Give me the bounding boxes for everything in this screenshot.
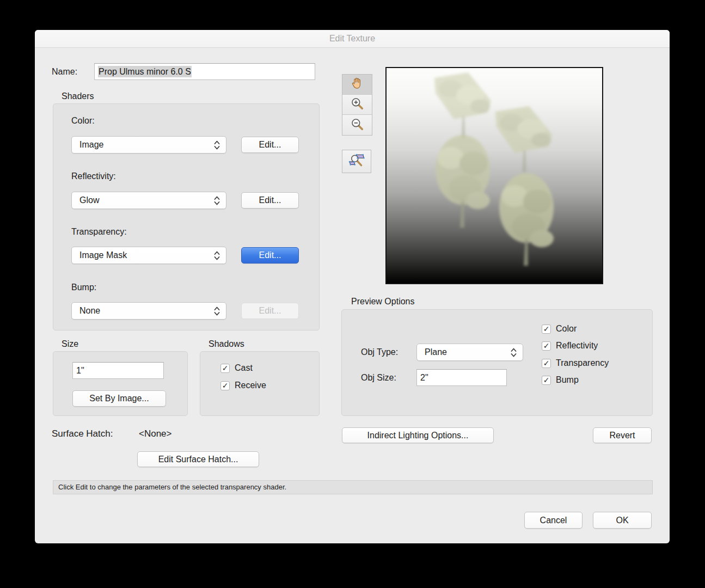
checkmark-icon: ✓ — [222, 364, 229, 372]
window-title: Edit Texture — [329, 34, 375, 43]
obj-type-label: Obj Type: — [361, 347, 398, 357]
texture-preview-trees — [387, 68, 602, 283]
checkmark-icon: ✓ — [543, 376, 550, 384]
shaders-group-label: Shaders — [62, 91, 94, 101]
reflectivity-shader-value: Glow — [72, 195, 211, 205]
bump-shader-label: Bump: — [71, 283, 96, 292]
surface-hatch-label: Surface Hatch: — [52, 428, 113, 439]
zoom-out-tool-button[interactable] — [342, 115, 372, 135]
preview-reflectivity-checkbox-row[interactable]: ✓ Reflectivity — [542, 341, 598, 351]
receive-checkbox-label: Receive — [235, 381, 266, 390]
preview-transparency-label: Transparency — [556, 358, 609, 368]
revert-button[interactable]: Revert — [593, 427, 652, 443]
status-bar: Click Edit to change the parameters of t… — [53, 480, 653, 494]
checkmark-icon: ✓ — [543, 325, 550, 333]
stepper-icon — [211, 140, 226, 150]
stepper-icon — [211, 196, 226, 205]
obj-type-value: Plane — [417, 347, 507, 357]
preview-transparency-checkbox[interactable]: ✓ — [542, 359, 551, 368]
obj-type-select[interactable]: Plane — [416, 344, 523, 361]
marquee-zoom-tool-button[interactable] — [342, 150, 371, 173]
cast-checkbox-row[interactable]: ✓ Cast — [220, 363, 253, 373]
bump-shader-select[interactable]: None — [71, 302, 226, 320]
preview-options-group-label: Preview Options — [351, 297, 415, 307]
receive-checkbox-row[interactable]: ✓ Receive — [220, 381, 266, 390]
bump-edit-button: Edit... — [241, 303, 299, 319]
edit-texture-dialog: Edit Texture Name: Prop Ulmus minor 6.0 … — [35, 30, 670, 543]
preview-bump-checkbox[interactable]: ✓ — [542, 376, 551, 385]
zoom-in-icon — [350, 96, 364, 113]
name-label: Name: — [52, 67, 77, 77]
reflectivity-shader-label: Reflectivity: — [71, 171, 116, 181]
cancel-button[interactable]: Cancel — [524, 512, 583, 529]
preview-color-checkbox-row[interactable]: ✓ Color — [542, 324, 577, 334]
obj-size-input[interactable]: 2" — [416, 369, 507, 386]
checkmark-icon: ✓ — [543, 359, 550, 367]
size-value: 1" — [76, 366, 84, 375]
preview-transparency-checkbox-row[interactable]: ✓ Transparency — [542, 358, 609, 368]
ok-button[interactable]: OK — [593, 512, 652, 529]
set-by-image-button[interactable]: Set By Image... — [72, 390, 166, 407]
color-edit-button[interactable]: Edit... — [241, 137, 299, 153]
texture-preview-canvas[interactable] — [385, 67, 603, 284]
status-text: Click Edit to change the parameters of t… — [58, 483, 286, 491]
preview-tools — [342, 74, 372, 136]
transparency-edit-button[interactable]: Edit... — [241, 247, 299, 264]
transparency-shader-select[interactable]: Image Mask — [71, 247, 226, 264]
preview-bump-checkbox-row[interactable]: ✓ Bump — [542, 375, 579, 385]
transparency-shader-value: Image Mask — [72, 250, 211, 260]
checkmark-icon: ✓ — [543, 342, 550, 350]
name-input[interactable]: Prop Ulmus minor 6.0 S — [94, 63, 315, 80]
preview-reflectivity-label: Reflectivity — [556, 341, 598, 351]
shadows-group-label: Shadows — [209, 339, 244, 349]
indirect-lighting-options-button[interactable]: Indirect Lighting Options... — [342, 427, 494, 443]
hand-icon — [350, 76, 364, 93]
preview-reflectivity-checkbox[interactable]: ✓ — [542, 341, 551, 351]
preview-bump-label: Bump — [556, 375, 579, 385]
receive-checkbox[interactable]: ✓ — [220, 381, 230, 390]
size-group-label: Size — [62, 339, 78, 349]
color-shader-select[interactable]: Image — [71, 136, 226, 154]
marquee-zoom-icon — [348, 153, 365, 170]
window-titlebar[interactable]: Edit Texture — [35, 30, 670, 48]
pan-tool-button[interactable] — [342, 75, 372, 95]
obj-size-value: 2" — [420, 373, 428, 382]
obj-size-label: Obj Size: — [361, 373, 396, 383]
zoom-out-icon — [350, 117, 364, 133]
bump-shader-value: None — [72, 306, 211, 316]
name-value: Prop Ulmus minor 6.0 S — [98, 66, 192, 77]
surface-hatch-value: <None> — [139, 428, 172, 439]
stepper-icon — [507, 348, 523, 357]
zoom-in-tool-button[interactable] — [342, 95, 372, 115]
checkmark-icon: ✓ — [222, 382, 229, 389]
edit-surface-hatch-button[interactable]: Edit Surface Hatch... — [137, 451, 259, 467]
preview-color-label: Color — [556, 324, 577, 334]
transparency-shader-label: Transparency: — [71, 227, 127, 237]
color-shader-value: Image — [72, 140, 211, 150]
color-shader-label: Color: — [71, 116, 95, 126]
stepper-icon — [211, 251, 226, 260]
size-input[interactable]: 1" — [72, 362, 164, 379]
preview-color-checkbox[interactable]: ✓ — [542, 324, 551, 334]
cast-checkbox[interactable]: ✓ — [220, 364, 230, 373]
reflectivity-shader-select[interactable]: Glow — [71, 192, 226, 209]
reflectivity-edit-button[interactable]: Edit... — [241, 192, 299, 209]
cast-checkbox-label: Cast — [235, 363, 253, 373]
stepper-icon — [211, 307, 226, 316]
